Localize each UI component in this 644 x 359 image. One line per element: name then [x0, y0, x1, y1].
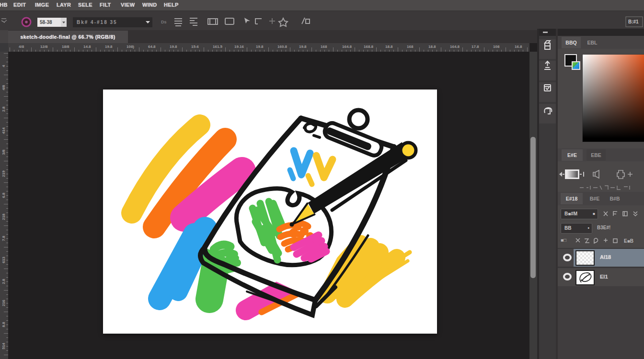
svg-text:19.8: 19.8 [256, 45, 264, 49]
svg-text:19.8: 19.8 [105, 45, 113, 49]
svg-text:160.8: 160.8 [277, 45, 288, 49]
svg-text:19.16: 19.16 [234, 45, 244, 49]
svg-text:3/8: 3/8 [1, 149, 6, 155]
svg-text:2.8: 2.8 [1, 279, 6, 284]
svg-text:16.8: 16.8 [515, 45, 522, 49]
svg-text:6.8: 6.8 [1, 192, 6, 198]
svg-text:8.8: 8.8 [1, 322, 6, 327]
svg-text:19.8: 19.8 [170, 45, 177, 49]
svg-text:7.8: 7.8 [1, 236, 6, 241]
svg-text:4: 4 [1, 65, 6, 67]
svg-text:168: 168 [407, 45, 414, 49]
svg-text:164.8: 164.8 [342, 45, 352, 49]
svg-text:219: 219 [1, 170, 6, 177]
svg-text:168.8: 168.8 [364, 45, 374, 49]
svg-text:12/8: 12/8 [40, 45, 48, 49]
svg-text:17.8: 17.8 [472, 45, 479, 49]
svg-text:Bk# 4-#18 35: Bk# 4-#18 35 [77, 20, 117, 25]
svg-text:2.8: 2.8 [1, 106, 6, 112]
svg-text:108): 108) [126, 45, 134, 49]
svg-text:14.8: 14.8 [83, 45, 91, 49]
svg-text:18.8: 18.8 [428, 45, 436, 49]
svg-text:64.8: 64.8 [148, 45, 156, 49]
svg-text:18.8: 18.8 [385, 45, 393, 49]
svg-text:19.8: 19.8 [299, 45, 307, 49]
svg-text:108: 108 [493, 45, 500, 49]
svg-text:164.8: 164.8 [450, 45, 460, 49]
svg-text:4/8: 4/8 [19, 45, 24, 49]
svg-text:B:#1: B:#1 [628, 19, 639, 24]
svg-text:168: 168 [321, 45, 327, 49]
svg-text:58-38: 58-38 [40, 20, 52, 25]
svg-text:18/8: 18/8 [62, 45, 69, 49]
svg-text:4/8: 4/8 [1, 85, 6, 90]
svg-text:613: 613 [1, 257, 6, 263]
svg-text:218: 218 [1, 213, 6, 220]
svg-text:15-6: 15-6 [191, 45, 199, 49]
svg-text:216: 216 [1, 300, 6, 306]
svg-text:161.5: 161.5 [213, 45, 223, 49]
svg-text:414: 414 [1, 127, 6, 134]
svg-text:Ds: Ds [161, 20, 167, 24]
svg-text:E■B: E■B [624, 238, 633, 244]
svg-text:514: 514 [1, 343, 6, 349]
